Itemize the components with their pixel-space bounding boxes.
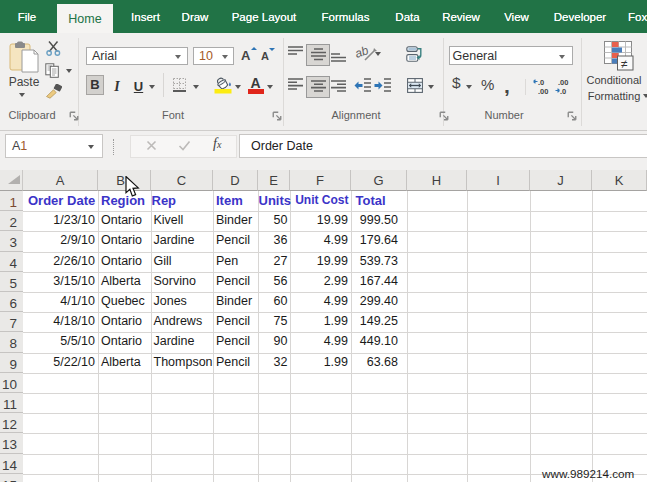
svg-text:.00: .00	[538, 87, 548, 95]
svg-text:.0: .0	[560, 87, 566, 95]
svg-text:.0: .0	[538, 78, 544, 87]
svg-text:≠: ≠	[621, 57, 628, 71]
svg-text:.00: .00	[558, 78, 568, 87]
